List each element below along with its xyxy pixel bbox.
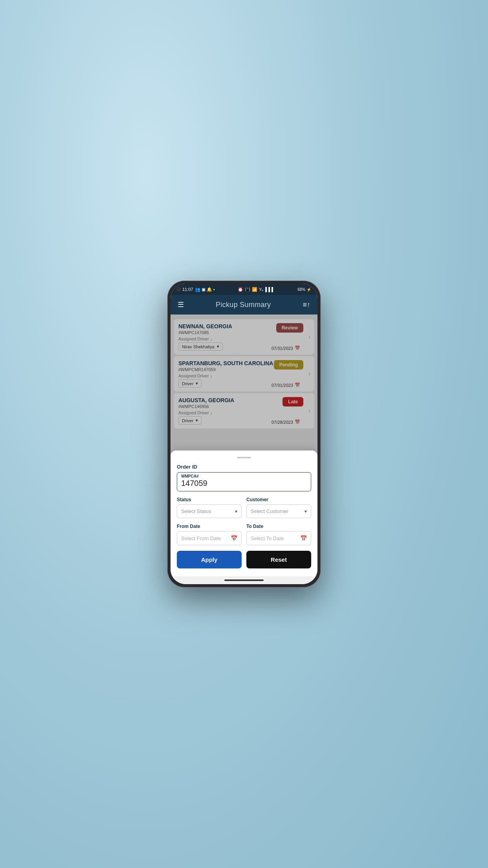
signal-bars: ▌▌▌ <box>265 287 274 292</box>
home-bar <box>171 576 317 584</box>
from-date-input[interactable]: Select From Date 📅 <box>177 531 242 545</box>
app-header: ☰ Pickup Summary ≡↑ <box>171 295 317 314</box>
status-col: Status Select Status ▾ <box>177 497 242 518</box>
content-area: NEWNAN, Georgia #WMPC147085 Assigned Dri… <box>171 314 317 576</box>
to-date-label: To Date <box>246 524 311 529</box>
from-date-label: From Date <box>177 524 242 529</box>
status-label: Status <box>177 497 242 502</box>
battery-display: 68% ⚡ <box>297 287 311 292</box>
apply-button[interactable]: Apply <box>177 551 242 568</box>
camera-icon <box>177 287 181 291</box>
status-customer-row: Status Select Status ▾ Customer Select C… <box>177 497 311 518</box>
vibrate-icon: 📳 <box>245 287 250 292</box>
order-id-value: 147059 <box>181 479 307 488</box>
customer-col: Customer Select Customer ▾ <box>246 497 311 518</box>
status-bar: 11:07 👥 ▣ 🔔 • ⏰ 📳 📶 Yₑ ▌▌▌ 68% ⚡ <box>171 284 317 295</box>
reset-button[interactable]: Reset <box>246 551 311 568</box>
customer-dropdown[interactable]: Select Customer ▾ <box>246 504 311 518</box>
time-display: 11:07 <box>182 287 193 292</box>
action-row: Apply Reset <box>177 551 311 568</box>
home-indicator <box>224 579 264 581</box>
order-id-input-wrapper[interactable]: WMPCA# 147059 <box>177 472 311 491</box>
to-date-input[interactable]: Select To Date 📅 <box>246 531 311 545</box>
sheet-handle <box>237 457 251 458</box>
to-date-placeholder: Select To Date <box>251 535 284 541</box>
filter-panel: Order ID WMPCA# 147059 Status Select Sta… <box>171 451 317 576</box>
signal-icons: Yₑ <box>259 287 264 292</box>
notification-icons: 👥 ▣ 🔔 • <box>195 287 215 292</box>
order-id-prefix: WMPCA# <box>181 474 198 478</box>
from-date-calendar-icon: 📅 <box>231 535 237 541</box>
to-date-col: To Date Select To Date 📅 <box>246 524 311 545</box>
status-placeholder: Select Status <box>181 508 211 514</box>
filter-sort-button[interactable]: ≡↑ <box>303 301 310 309</box>
date-row: From Date Select From Date 📅 To Date Sel… <box>177 524 311 545</box>
from-date-placeholder: Select From Date <box>181 535 221 541</box>
customer-label: Customer <box>246 497 311 502</box>
status-dropdown-arrow: ▾ <box>235 509 237 514</box>
from-date-col: From Date Select From Date 📅 <box>177 524 242 545</box>
order-id-section-label: Order ID <box>177 464 311 470</box>
to-date-calendar-icon: 📅 <box>300 535 307 541</box>
status-dropdown[interactable]: Select Status ▾ <box>177 504 242 518</box>
wifi-icon: 📶 <box>252 287 257 292</box>
customer-dropdown-arrow: ▾ <box>305 509 307 514</box>
customer-placeholder: Select Customer <box>251 508 288 514</box>
menu-button[interactable]: ☰ <box>178 300 184 309</box>
page-title: Pickup Summary <box>216 301 271 309</box>
alarm-icon: ⏰ <box>238 287 243 292</box>
